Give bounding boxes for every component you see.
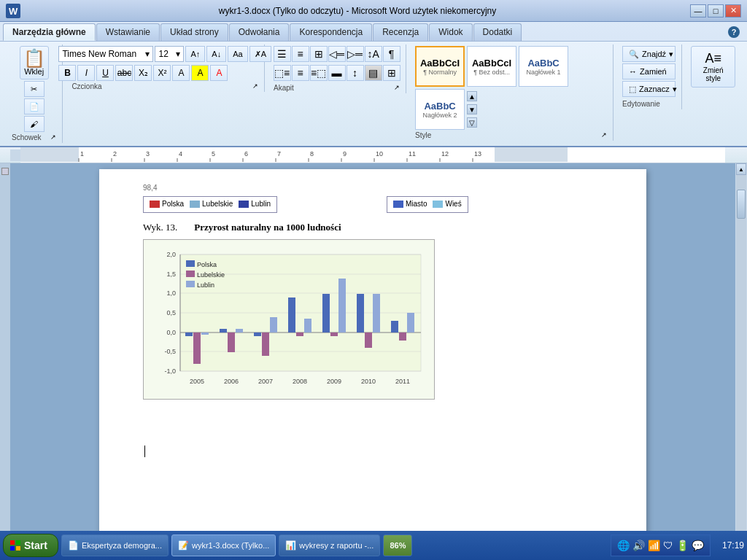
main-area: 98,4 Polska Lubelskie: [0, 163, 747, 560]
tab-insert[interactable]: Wstawianie: [96, 23, 160, 41]
find-button[interactable]: 🔍 Znajdź ▾: [622, 46, 676, 62]
battery-icon[interactable]: 🔋: [676, 540, 689, 551]
format-painter-button[interactable]: 🖌: [24, 116, 44, 132]
font-cases-button[interactable]: Aa: [228, 46, 247, 62]
font-color-button[interactable]: A: [210, 65, 228, 81]
increase-font-button[interactable]: A↑: [185, 46, 205, 62]
find-dropdown[interactable]: ▾: [669, 50, 673, 59]
multilevel-button[interactable]: ⊞: [310, 46, 328, 62]
tab-review[interactable]: Recenzja: [373, 23, 428, 41]
svg-text:2009: 2009: [327, 378, 341, 385]
styles-expand-btn[interactable]: ↗: [601, 131, 607, 139]
paragraph-label: Akapit: [274, 84, 294, 92]
font-name-field[interactable]: Times New Roman ▾: [58, 46, 153, 62]
svg-text:3: 3: [146, 150, 150, 158]
start-button[interactable]: Start: [3, 534, 58, 557]
svg-text:12: 12: [441, 150, 449, 158]
superscript-button[interactable]: X²: [153, 65, 171, 81]
cut-button[interactable]: ✂: [24, 81, 44, 97]
wifi-icon[interactable]: 📶: [648, 540, 660, 551]
styles-scroll-down[interactable]: ▼: [467, 104, 477, 114]
line-spacing-button[interactable]: ↕: [347, 65, 364, 81]
show-marks-button[interactable]: ¶: [383, 46, 400, 62]
bar-polska-2007: [254, 332, 261, 336]
taskbar-item-1[interactable]: 📝 wykr1-3.docx (Tylko...: [171, 534, 276, 556]
font-expand[interactable]: ↗: [252, 82, 258, 90]
wies-label: Wieś: [445, 200, 461, 208]
close-button[interactable]: ✕: [725, 4, 741, 18]
subscript-button[interactable]: X₂: [134, 65, 152, 81]
decrease-font-button[interactable]: A↓: [206, 46, 226, 62]
increase-indent-button[interactable]: ▷═: [347, 46, 364, 62]
copy-button[interactable]: 📄: [24, 98, 44, 114]
svg-rect-54: [186, 260, 195, 267]
styles-group: AaBbCcI ¶ Normalny AaBbCcI ¶ Bez odst...…: [409, 44, 614, 141]
styles-expand[interactable]: ▽: [467, 117, 477, 128]
text-cursor-area[interactable]: [143, 446, 603, 458]
minimize-button[interactable]: —: [690, 4, 706, 18]
taskbar-item-0[interactable]: 📄 Ekspertyza demogra...: [61, 534, 169, 556]
align-left-button[interactable]: ⬚≡: [274, 65, 291, 81]
messenger-icon[interactable]: 💬: [692, 540, 704, 551]
paste-button[interactable]: 📋 Wklej: [20, 46, 49, 79]
svg-text:13: 13: [474, 150, 481, 158]
text-effect-button[interactable]: A: [172, 65, 190, 81]
shading-button[interactable]: ▤: [365, 65, 382, 81]
align-center-button[interactable]: ≡: [292, 65, 309, 81]
scroll-track[interactable]: [736, 175, 746, 560]
style-heading2[interactable]: AaBbC Nagłówek 2: [415, 89, 465, 130]
svg-text:Lubelskie: Lubelskie: [197, 271, 225, 279]
tab-mailings[interactable]: Korespondencja: [290, 23, 372, 41]
taskbar-item-3[interactable]: 86%: [383, 534, 412, 556]
font-name-dropdown[interactable]: ▾: [145, 49, 150, 59]
bold-button[interactable]: B: [58, 65, 76, 81]
taskbar-item-2[interactable]: 📊 wykresy z raportu -...: [279, 534, 380, 556]
styles-scroll-up[interactable]: ▲: [467, 91, 477, 101]
security-icon[interactable]: 🛡: [663, 540, 673, 551]
tab-layout[interactable]: Układ strony: [160, 23, 228, 41]
sort-button[interactable]: ↕A: [365, 46, 382, 62]
page-margin-indicator[interactable]: [1, 168, 9, 175]
bar-polska-2005: [185, 332, 193, 336]
select-button[interactable]: ⬚ Zaznacz ▾: [622, 81, 676, 97]
underline-button[interactable]: U: [96, 65, 114, 81]
svg-text:5: 5: [212, 150, 215, 158]
volume-icon[interactable]: 🔊: [632, 540, 645, 551]
borders-button[interactable]: ⊞: [383, 65, 400, 81]
svg-text:9: 9: [343, 150, 347, 158]
replace-button[interactable]: ↔ Zamień: [622, 63, 676, 79]
bar-polska-2010: [357, 294, 364, 332]
tab-home[interactable]: Narzędzia główne: [3, 23, 96, 41]
scroll-thumb[interactable]: [737, 190, 746, 219]
change-style-label: Zmień style: [697, 66, 729, 82]
italic-button[interactable]: I: [77, 65, 95, 81]
select-dropdown[interactable]: ▾: [673, 85, 677, 94]
change-style-button[interactable]: A≡ Zmień style: [691, 46, 735, 88]
decrease-indent-button[interactable]: ◁═: [328, 46, 346, 62]
clipboard-expand[interactable]: ↗: [50, 133, 56, 141]
bullets-button[interactable]: ☰: [274, 46, 291, 62]
chart-title-area: Wyk. 13. Przyrost naturalny na 1000 ludn…: [143, 222, 603, 233]
scroll-up-button[interactable]: ▲: [736, 163, 746, 175]
numbering-button[interactable]: ≡: [292, 46, 309, 62]
style-no-spacing[interactable]: AaBbCcI ¶ Bez odst...: [467, 46, 516, 87]
tab-addins[interactable]: Dodatki: [473, 23, 522, 41]
text-cursor: [144, 446, 145, 457]
legend-wies: Wieś: [433, 200, 461, 208]
style-normal[interactable]: AaBbCcI ¶ Normalny: [415, 46, 465, 87]
tab-view[interactable]: Widok: [429, 23, 472, 41]
svg-rect-63: [10, 546, 15, 551]
network-icon[interactable]: 🌐: [617, 540, 630, 551]
font-name-value: Times New Roman: [62, 49, 136, 59]
font-size-field[interactable]: 12 ▾: [155, 46, 184, 62]
paragraph-expand[interactable]: ↗: [394, 84, 400, 91]
font-size-dropdown[interactable]: ▾: [176, 49, 180, 59]
align-right-button[interactable]: ≡⬚: [310, 65, 328, 81]
tab-references[interactable]: Odwołania: [229, 23, 290, 41]
justify-button[interactable]: ▬: [328, 65, 346, 81]
maximize-button[interactable]: □: [708, 4, 724, 18]
highlight-button[interactable]: A: [191, 65, 209, 81]
strikethrough-button[interactable]: abc: [115, 65, 133, 81]
help-button[interactable]: ?: [724, 23, 744, 41]
style-heading1[interactable]: AaBbC Nagłówek 1: [519, 46, 568, 87]
